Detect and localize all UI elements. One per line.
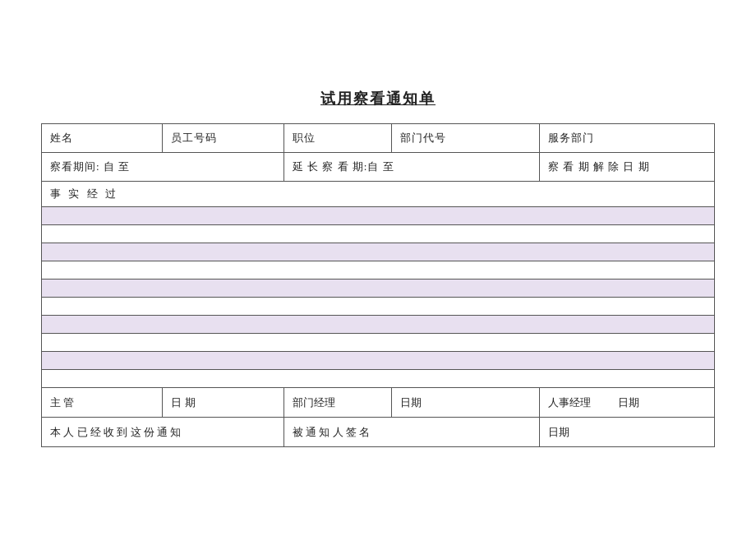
content-line-4	[42, 261, 715, 280]
line-cell-6	[42, 298, 715, 316]
line-cell-10	[42, 370, 715, 388]
line-cell-3	[42, 243, 715, 261]
footer-row-2: 本 人 已 经 收 到 这 份 通 知 被 通 知 人 签 名 日期	[42, 418, 715, 447]
header-row: 姓名 员工号码 职位 部门代号 服务部门	[42, 124, 715, 153]
period-label: 察看期间: 自 至	[42, 153, 284, 182]
content-line-9	[42, 352, 715, 370]
dept-code-label: 部门代号	[391, 124, 539, 153]
hr-date-label: 日期	[618, 396, 639, 409]
supervisor-date-label: 日 期	[163, 388, 284, 418]
service-dept-label: 服务部门	[540, 124, 715, 153]
content-line-3	[42, 243, 715, 261]
page-wrapper: 试用察看通知单 姓名 员工号码 职位 部门代号 服务部门 察看期间: 自 至 延…	[25, 64, 731, 472]
content-line-10	[42, 370, 715, 388]
hr-label: 人事经理	[548, 396, 591, 409]
section-label-cell: 事 实 经 过	[42, 182, 715, 207]
final-date-label: 日期	[540, 418, 715, 447]
received-notice-label: 本 人 已 经 收 到 这 份 通 知	[42, 418, 284, 447]
line-cell-7	[42, 316, 715, 334]
footer-row-1: 主 管 日 期 部门经理 日期 人事经理 人事经理 日期	[42, 388, 715, 418]
content-line-7	[42, 316, 715, 334]
content-line-1	[42, 207, 715, 225]
name-label: 姓名	[42, 124, 163, 153]
line-cell-1	[42, 207, 715, 225]
content-line-2	[42, 225, 715, 243]
dept-manager-label: 部门经理	[284, 388, 391, 418]
content-line-5	[42, 280, 715, 298]
employee-id-label: 员工号码	[163, 124, 284, 153]
line-cell-2	[42, 225, 715, 243]
content-line-6	[42, 298, 715, 316]
line-cell-5	[42, 280, 715, 298]
notified-person-signature-label: 被 通 知 人 签 名	[284, 418, 539, 447]
period-row: 察看期间: 自 至 延 长 察 看 期:自 至 察 看 期 解 除 日 期	[42, 153, 715, 182]
position-label: 职位	[284, 124, 391, 153]
extend-period-label: 延 长 察 看 期:自 至	[284, 153, 539, 182]
page-title: 试用察看通知单	[41, 89, 715, 109]
section-label-row: 事 实 经 过	[42, 182, 715, 207]
dept-manager-date-label: 日期	[391, 388, 539, 418]
line-cell-8	[42, 334, 715, 352]
supervisor-label: 主 管	[42, 388, 163, 418]
line-cell-4	[42, 261, 715, 280]
content-line-8	[42, 334, 715, 352]
line-cell-9	[42, 352, 715, 370]
form-table: 姓名 员工号码 职位 部门代号 服务部门 察看期间: 自 至 延 长 察 看 期…	[41, 123, 715, 447]
release-date-label: 察 看 期 解 除 日 期	[540, 153, 715, 182]
